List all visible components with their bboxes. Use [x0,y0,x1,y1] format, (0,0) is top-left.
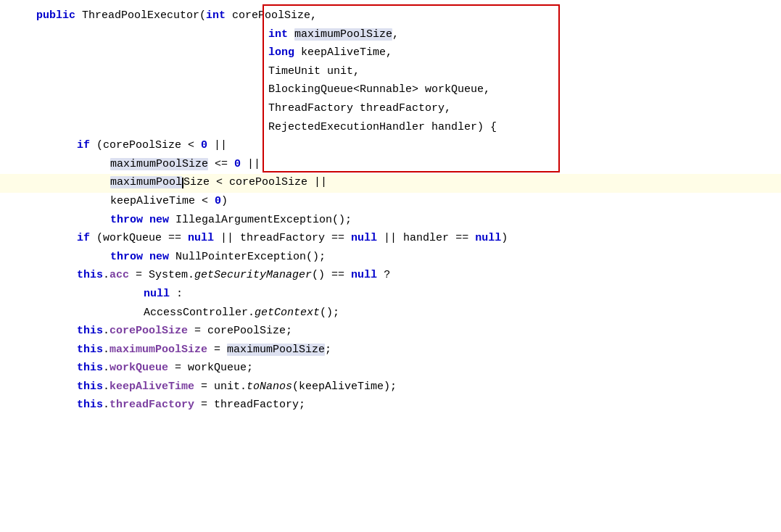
code-line-5: BlockingQueue<Runnable> workQueue, [0,81,781,100]
code-line-15: this.acc = System.getSecurityManager() =… [0,267,781,286]
code-line-16: null : [0,286,781,304]
code-line-4: TimeUnit unit, [0,63,781,82]
code-line-6: ThreadFactory threadFactory, [0,100,781,119]
code-line-17: AccessController.getContext(); [0,304,781,323]
code-line-7: RejectedExecutionHandler handler) { [0,119,781,138]
code-line-10: maximumPoolSize < corePoolSize || [0,174,781,193]
code-line-9: maximumPoolSize <= 0 || [0,156,781,175]
code-line-19: this.maximumPoolSize = maximumPoolSize; [0,341,781,360]
code-editor: public ThreadPoolExecutor(int corePoolSi… [0,0,781,532]
code-line-18: this.corePoolSize = corePoolSize; [0,323,781,341]
code-line-13: if (workQueue == null || threadFactory =… [0,230,781,249]
code-line-1: public ThreadPoolExecutor(int corePoolSi… [0,7,781,26]
code-line-2: int maximumPoolSize, [0,26,781,45]
code-line-11: keepAliveTime < 0) [0,193,781,212]
code-block: public ThreadPoolExecutor(int corePoolSi… [0,0,781,423]
code-line-12: throw new IllegalArgumentException(); [0,212,781,230]
code-line-22: this.threadFactory = threadFactory; [0,396,781,415]
code-line-21: this.keepAliveTime = unit.toNanos(keepAl… [0,378,781,397]
code-line-20: this.workQueue = workQueue; [0,359,781,378]
code-line-14: throw new NullPointerException(); [0,249,781,267]
code-line-3: long keepAliveTime, [0,44,781,63]
code-line-8: if (corePoolSize < 0 || [0,137,781,156]
